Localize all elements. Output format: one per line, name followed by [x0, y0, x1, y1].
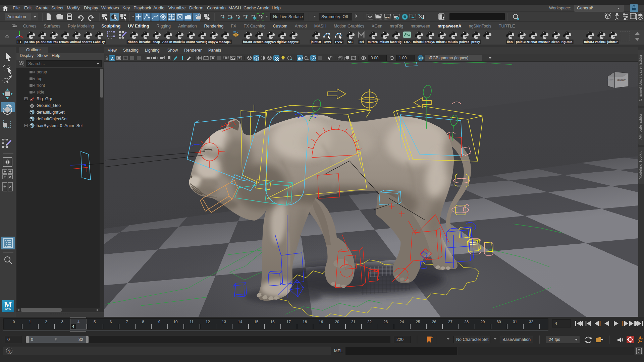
svg-text:A: A [111, 57, 114, 61]
svg-text:RIGHT: RIGHT [618, 79, 626, 82]
svg-text:IPR: IPR [385, 16, 390, 19]
svg-text:T: T [238, 57, 240, 60]
